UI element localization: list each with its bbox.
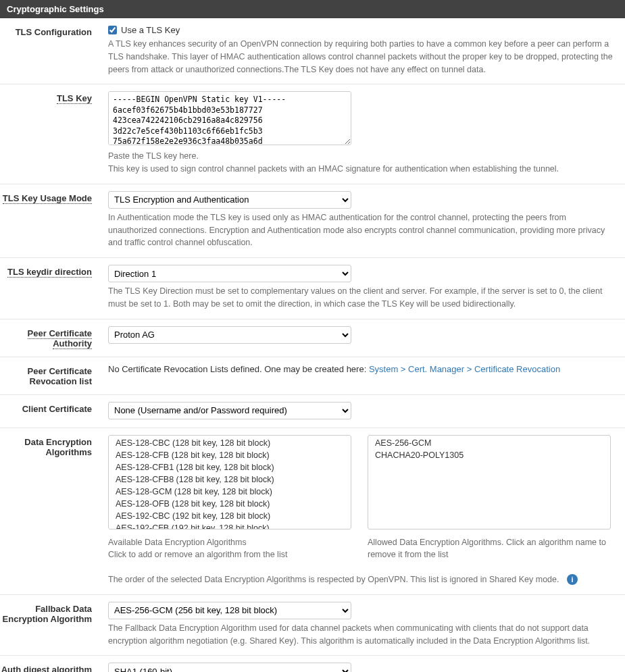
peer-crl-text: No Certificate Revocation Lists defined.… xyxy=(108,364,369,374)
row-client-cert: Client Certificate None (Username and/or… xyxy=(0,395,625,428)
list-item[interactable]: AES-128-CFB (128 bit key, 128 bit block) xyxy=(109,449,351,461)
list-item[interactable]: AES-128-OFB (128 bit key, 128 bit block) xyxy=(109,498,351,510)
row-peer-ca: Peer Certificate Authority Proton AG xyxy=(0,319,625,357)
list-item[interactable]: AES-128-CFB1 (128 bit key, 128 bit block… xyxy=(109,461,351,473)
label-auth-digest: Auth digest algorithm xyxy=(1,665,92,672)
tls-keydir-help: The TLS Key Direction must be set to com… xyxy=(108,285,616,311)
allowed-help: Allowed Data Encryption Algorithms. Clic… xyxy=(368,536,611,562)
label-enc-algos: Data Encryption Algorithms xyxy=(24,437,92,457)
client-cert-select[interactable]: None (Username and/or Password required) xyxy=(108,402,351,419)
panel-header: Cryptographic Settings xyxy=(0,0,625,18)
tls-config-help: A TLS key enhances security of an OpenVP… xyxy=(108,38,616,76)
label-peer-crl: Peer Certificate Revocation list xyxy=(28,366,92,386)
label-tls-config: TLS Configuration xyxy=(16,27,92,37)
tls-usage-help: In Authentication mode the TLS key is us… xyxy=(108,211,616,249)
peer-ca-select[interactable]: Proton AG xyxy=(108,326,351,344)
list-item[interactable]: AES-192-CFB (192 bit key, 128 bit block) xyxy=(109,522,351,529)
row-peer-crl: Peer Certificate Revocation list No Cert… xyxy=(0,357,625,395)
tls-key-help1: Paste the TLS key here. xyxy=(108,150,616,163)
list-item[interactable]: AES-256-GCM xyxy=(368,437,610,449)
row-tls-keydir: TLS keydir direction Direction 1 The TLS… xyxy=(0,258,625,319)
info-icon[interactable]: i xyxy=(567,574,578,585)
label-tls-keydir: TLS keydir direction xyxy=(7,267,92,278)
label-tls-key: TLS Key xyxy=(57,93,92,104)
list-item[interactable]: CHACHA20-POLY1305 xyxy=(368,449,610,461)
tls-key-textarea[interactable] xyxy=(108,91,351,145)
label-client-cert: Client Certificate xyxy=(22,404,92,414)
row-enc-algos: Data Encryption Algorithms AES-128-CBC (… xyxy=(0,428,625,595)
label-fallback: Fallback Data Encryption Algorithm xyxy=(3,604,92,624)
tls-config-checkbox-label: Use a TLS Key xyxy=(121,25,180,35)
list-item[interactable]: AES-128-GCM (128 bit key, 128 bit block) xyxy=(109,486,351,498)
tls-keydir-select[interactable]: Direction 1 xyxy=(108,265,351,282)
row-auth-digest: Auth digest algorithm SHA1 (160-bit) The… xyxy=(0,656,625,672)
row-tls-key: TLS Key Paste the TLS key here. This key… xyxy=(0,84,625,184)
auth-digest-select[interactable]: SHA1 (160-bit) xyxy=(108,663,351,672)
label-peer-ca: Peer Certificate Authority xyxy=(28,328,92,349)
allowed-algos-list[interactable]: AES-256-GCMCHACHA20-POLY1305 xyxy=(368,435,611,529)
order-note: The order of the selected Data Encryptio… xyxy=(108,575,559,584)
peer-crl-link[interactable]: System > Cert. Manager > Certificate Rev… xyxy=(369,364,560,374)
tls-key-help2: This key is used to sign control channel… xyxy=(108,163,616,176)
row-tls-config: TLS Configuration Use a TLS Key A TLS ke… xyxy=(0,18,625,84)
list-item[interactable]: AES-128-CFB8 (128 bit key, 128 bit block… xyxy=(109,473,351,486)
fallback-help: The Fallback Data Encryption Algorithm u… xyxy=(108,622,616,648)
list-item[interactable]: AES-128-CBC (128 bit key, 128 bit block) xyxy=(109,437,351,449)
list-item[interactable]: AES-192-CBC (192 bit key, 128 bit block) xyxy=(109,510,351,522)
available-algos-list[interactable]: AES-128-CBC (128 bit key, 128 bit block)… xyxy=(108,435,351,529)
label-tls-usage: TLS Key Usage Mode xyxy=(3,193,92,204)
tls-config-checkbox[interactable] xyxy=(108,26,117,34)
tls-usage-select[interactable]: TLS Encryption and Authentication xyxy=(108,191,351,209)
row-fallback: Fallback Data Encryption Algorithm AES-2… xyxy=(0,595,625,656)
fallback-select[interactable]: AES-256-GCM (256 bit key, 128 bit block) xyxy=(108,602,351,619)
available-caption: Available Data Encryption Algorithms xyxy=(108,536,351,549)
available-help: Click to add or remove an algorithm from… xyxy=(108,548,351,561)
row-tls-usage: TLS Key Usage Mode TLS Encryption and Au… xyxy=(0,184,625,258)
